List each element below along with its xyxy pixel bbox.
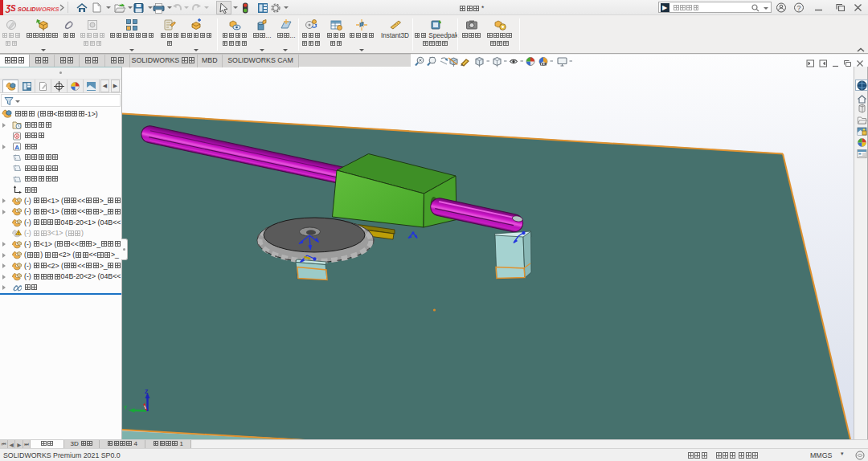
svg-text:Z: Z xyxy=(145,389,149,394)
svg-text:?: ? xyxy=(797,4,801,12)
svg-text:Y: Y xyxy=(124,405,128,410)
